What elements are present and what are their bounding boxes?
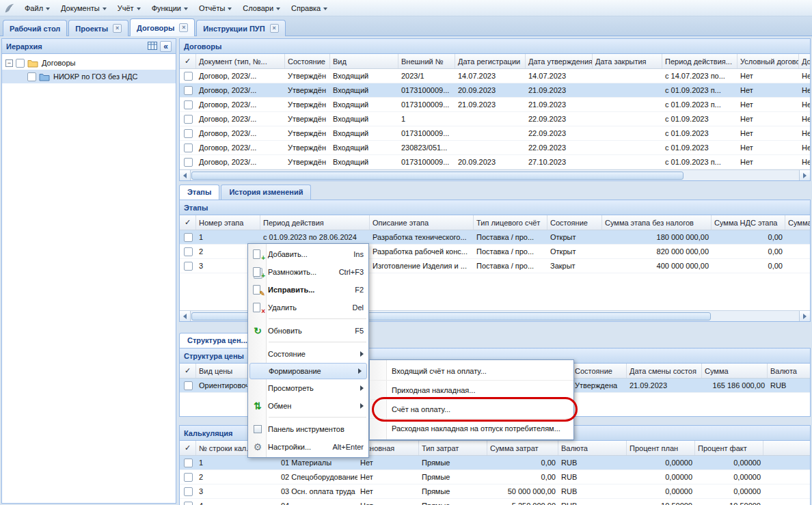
scroll-left-button[interactable] — [180, 311, 191, 321]
column-header[interactable]: Дата регистрации — [455, 54, 526, 68]
column-header[interactable]: Состояние — [572, 364, 627, 378]
row-checkbox[interactable] — [184, 247, 193, 256]
row-checkbox[interactable] — [184, 100, 193, 109]
select-all-column-header[interactable]: ✓ — [180, 364, 196, 378]
column-header[interactable]: Сумма затрат — [487, 441, 558, 455]
table-row[interactable]: Договор, 2023/...УтверждёнВходящий017310… — [180, 83, 810, 98]
row-checkbox[interactable] — [184, 233, 193, 242]
column-header[interactable]: Период действия — [260, 215, 370, 230]
column-header[interactable]: Дата утверждения — [526, 54, 593, 68]
tree-node-contracts[interactable]: − Договоры — [2, 56, 176, 70]
context-menu-item-settings[interactable]: ⚙Настройки...Alt+Enter — [248, 438, 368, 456]
tab-close-icon[interactable]: × — [179, 23, 188, 32]
column-header[interactable]: Внешний № — [398, 54, 455, 68]
submenu-item-payment-invoice[interactable]: Счёт на оплату... — [370, 400, 573, 419]
subtab-1[interactable]: История изменений — [221, 185, 311, 200]
table-row[interactable]: 101 МатериалыНетПрямые0,00RUB0,000000,00… — [180, 456, 810, 470]
tree-checkbox[interactable] — [27, 72, 36, 81]
table-row[interactable]: Договор, 2023/...УтверждёнВходящий122.09… — [180, 112, 810, 126]
row-checkbox[interactable] — [184, 144, 193, 152]
context-menu-item-exchange[interactable]: ⇅Обмен — [248, 397, 368, 415]
row-checkbox[interactable] — [184, 115, 193, 124]
column-header[interactable]: Сумма НДС этапа — [712, 215, 785, 230]
scroll-right-button[interactable] — [799, 311, 810, 321]
row-checkbox[interactable] — [184, 86, 193, 95]
tree-node-niokr[interactable]: НИОКР по ГОЗ без НДС — [2, 70, 176, 83]
grid-settings-icon[interactable] — [148, 42, 157, 51]
select-all-column-header[interactable]: ✓ — [180, 441, 196, 455]
row-checkbox[interactable] — [184, 487, 193, 496]
column-header[interactable]: Процент план — [627, 441, 695, 455]
column-header[interactable]: Тип затрат — [419, 441, 487, 455]
table-row[interactable]: Договор, 2023/...УтверждёнВходящий017310… — [180, 155, 810, 169]
table-row[interactable]: 303 Осн. оплата трудаНетПрямые50 000 000… — [180, 484, 810, 499]
tree-expander-icon[interactable]: − — [5, 59, 13, 67]
context-menu-item-delete[interactable]: ×УдалитьDel — [248, 299, 368, 316]
row-checkbox[interactable] — [184, 262, 193, 271]
column-header[interactable]: Состояние — [285, 54, 330, 68]
menubar-item-0[interactable]: Файл — [19, 1, 55, 16]
column-header[interactable]: Вид — [330, 54, 398, 68]
table-row[interactable]: Договор, 2023/...УтверждёнВходящий017310… — [180, 98, 810, 112]
column-header[interactable]: Период действия... — [662, 54, 737, 68]
menubar-item-5[interactable]: Словари — [237, 1, 286, 16]
context-menu-item-view[interactable]: Просмотреть — [248, 379, 368, 397]
column-header[interactable]: Состояние — [547, 215, 602, 230]
scrollbar-thumb[interactable] — [191, 172, 684, 180]
contracts-hscrollbar[interactable] — [180, 169, 810, 180]
column-header[interactable]: Валюта — [768, 364, 810, 378]
tab-1[interactable]: Проекты× — [68, 20, 128, 36]
table-row[interactable]: Договор, 2023/...УтверждёнВходящий230823… — [180, 141, 810, 155]
menubar-item-3[interactable]: Функции — [146, 1, 193, 16]
row-checkbox[interactable] — [184, 473, 193, 482]
row-checkbox[interactable] — [184, 129, 193, 138]
menubar-item-4[interactable]: Отчёты — [193, 1, 237, 16]
column-header[interactable]: Процент факт — [695, 441, 763, 455]
column-header[interactable]: Дата закрытия — [593, 54, 662, 68]
row-checkbox[interactable] — [184, 158, 193, 167]
table-row[interactable]: 404 ...НетПрямые5 250 000,00RUB10,500001… — [180, 499, 810, 505]
column-header[interactable]: Сумма — [702, 364, 768, 378]
context-menu-item-edit[interactable]: ✎Исправить...F2 — [248, 281, 368, 299]
column-header[interactable]: Сумма этапа без налогов — [602, 215, 712, 230]
submenu-item-incoming-waybill[interactable]: Приходная накладная... — [370, 381, 573, 400]
scroll-right-button[interactable] — [799, 170, 810, 180]
menubar-item-1[interactable]: Документы — [55, 1, 112, 16]
tab-3[interactable]: Инструкции ПУП× — [196, 20, 285, 36]
row-checkbox[interactable] — [184, 502, 193, 505]
menubar-item-2[interactable]: Учёт — [112, 1, 146, 16]
context-menu-item-refresh[interactable]: ↻ОбновитьF5 — [248, 322, 368, 340]
row-checkbox[interactable] — [184, 381, 193, 390]
collapse-panel-button[interactable]: « — [160, 41, 172, 52]
column-header[interactable]: Условный договор — [737, 54, 799, 68]
column-header[interactable]: Дата смены состоя — [627, 364, 702, 378]
menubar-item-6[interactable]: Справка — [286, 1, 333, 16]
context-menu-item-state[interactable]: Состояние — [248, 345, 368, 363]
column-header[interactable]: До... — [799, 54, 810, 68]
submenu-item-incoming-payment-invoice[interactable]: Входящий счёт на оплату... — [370, 361, 573, 381]
table-row[interactable]: Договор, 2023/...УтверждёнВходящий2023/1… — [180, 69, 810, 83]
tab-close-icon[interactable]: × — [270, 24, 279, 33]
row-checkbox[interactable] — [184, 72, 193, 81]
subtab-0[interactable]: Структура цен... — [179, 333, 256, 348]
select-all-column-header[interactable]: ✓ — [180, 54, 196, 68]
tree-checkbox[interactable] — [16, 59, 25, 68]
select-all-column-header[interactable]: ✓ — [180, 215, 196, 230]
column-header[interactable]: Номер этапа — [196, 215, 260, 230]
tab-close-icon[interactable]: × — [113, 24, 122, 33]
context-menu-item-add[interactable]: +Добавить...Ins — [248, 245, 368, 263]
column-header[interactable]: Сумма э... — [785, 215, 810, 230]
context-menu-item-generate[interactable]: Формирование — [249, 363, 367, 379]
column-header[interactable]: Тип лицевого счёт — [474, 215, 547, 230]
subtab-0[interactable]: Этапы — [179, 185, 219, 200]
table-row[interactable]: 1с 01.09.2023 по 28.06.2024Разработка те… — [180, 230, 810, 245]
row-checkbox[interactable] — [184, 459, 193, 467]
column-header[interactable]: Документ (тип, №... — [196, 54, 285, 68]
context-menu-item-duplicate[interactable]: +Размножить...Ctrl+F3 — [248, 263, 368, 281]
submenu-item-outgoing-waybill[interactable]: Расходная накладная на отпуск потребител… — [370, 419, 573, 438]
tab-2[interactable]: Договоры× — [130, 18, 195, 36]
table-row[interactable]: Договор, 2023/...УтверждёнВходящий017310… — [180, 126, 810, 141]
column-header[interactable]: Описание этапа — [370, 215, 474, 230]
table-row[interactable]: 202 СпецоборудованиеНетПрямые0,00RUB0,00… — [180, 470, 810, 484]
tab-0[interactable]: Рабочий стол — [3, 20, 67, 36]
